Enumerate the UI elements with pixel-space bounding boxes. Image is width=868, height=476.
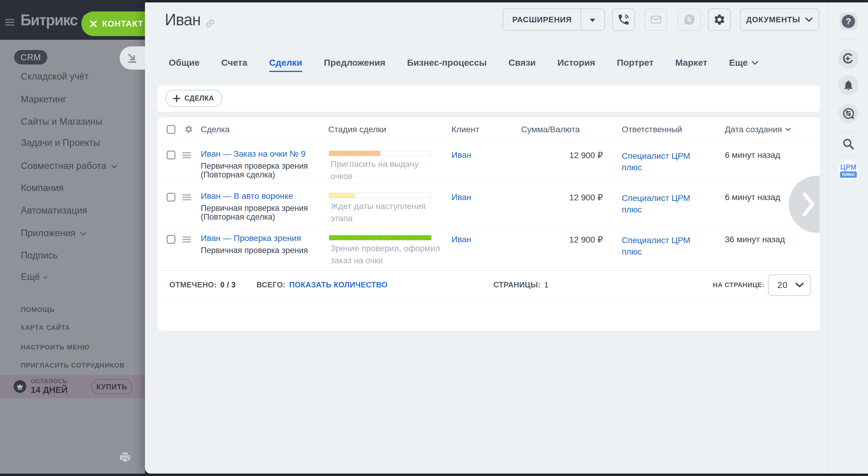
chevron-down-icon <box>751 61 758 65</box>
deal-title-link[interactable]: Иван — Заказ на очки № 9 <box>201 149 306 159</box>
trial-label: ОСТАЛОСЬ <box>31 378 67 385</box>
checked-value: 0 / 3 <box>220 281 236 289</box>
add-deal-label: СДЕЛКА <box>184 94 214 102</box>
tab-sdelki[interactable]: Сделки <box>269 56 302 69</box>
column-header-deal[interactable]: Сделка <box>201 118 230 141</box>
copy-link-icon[interactable] <box>205 18 216 30</box>
sidebar-item-apps[interactable]: Приложения <box>21 227 87 239</box>
deal-title-link[interactable]: Иван — Проверка зрения <box>201 233 301 243</box>
chevron-right-icon <box>803 192 815 217</box>
sidebar-link-configure-menu[interactable]: НАСТРОИТЬ МЕНЮ <box>21 343 90 352</box>
copilot-button[interactable] <box>838 49 858 69</box>
table-row[interactable]: Иван — Заказ на очки № 9 Первичная прове… <box>158 141 820 184</box>
sidebar-item-signature[interactable]: Подпись <box>21 249 58 261</box>
call-button[interactable] <box>612 8 635 31</box>
created-date: 6 минут назад <box>725 192 780 202</box>
stage-label-line: Зрение проверил, оформил <box>331 243 445 255</box>
tab-obshchie[interactable]: Общие <box>169 56 199 69</box>
tab-portret[interactable]: Портрет <box>617 56 654 69</box>
notifications-button[interactable] <box>838 75 858 95</box>
column-header-client[interactable]: Клиент <box>452 118 479 141</box>
settings-button[interactable] <box>708 8 731 31</box>
tab-istoriya[interactable]: История <box>558 56 595 69</box>
crown-icon <box>13 380 26 393</box>
client-link[interactable]: Иван <box>452 192 471 202</box>
rail-divider <box>840 156 858 157</box>
sidebar-item-more[interactable]: Ещё <box>21 271 48 283</box>
tab-label: Еще <box>729 58 748 68</box>
tab-svyazi[interactable]: Связи <box>508 56 536 69</box>
sidebar-item-tasks[interactable]: Задачи и Проекты <box>21 137 100 149</box>
buy-button[interactable]: КУПИТЬ <box>91 379 132 394</box>
tab-more[interactable]: Еще <box>729 56 758 69</box>
documents-label: ДОКУМЕНТЫ <box>746 15 801 24</box>
sidebar-item-automation[interactable]: Автоматизация <box>21 204 87 217</box>
deal-title-link[interactable]: Иван — В авто воронке <box>201 191 293 201</box>
collapse-slider-button[interactable] <box>120 46 145 70</box>
client-link[interactable]: Иван <box>452 235 471 244</box>
sidebar-item-sklad[interactable]: Складской учёт <box>21 70 89 83</box>
deal-subtitle-line: Первичная проверка зрения <box>201 246 308 255</box>
per-page-select[interactable]: 20 <box>768 275 811 296</box>
drag-handle-icon[interactable] <box>182 194 191 201</box>
row-checkbox[interactable] <box>167 193 176 201</box>
checked-counter: ОТМЕЧЕНО:0 / 3 <box>169 271 236 299</box>
column-header-responsible[interactable]: Ответственный <box>622 118 682 141</box>
row-checkbox[interactable] <box>167 235 176 244</box>
sidebar-item-sites[interactable]: Сайты и Магазины <box>21 116 102 128</box>
sidebar-link-sitemap[interactable]: КАРТА САЙТА <box>21 323 70 332</box>
copilot-icon <box>842 52 855 65</box>
stage-label-line: этапа <box>331 212 445 224</box>
tab-predlozheniya[interactable]: Предложения <box>324 56 385 69</box>
bitrix-logo[interactable]: Битрикс <box>21 11 78 29</box>
tab-biznes-processy[interactable]: Бизнес-процессы <box>407 56 487 69</box>
sidebar-item-label: Автоматизация <box>21 205 87 216</box>
drag-handle-icon[interactable] <box>182 236 191 244</box>
phone-icon <box>617 13 630 26</box>
table-settings-gear-icon[interactable] <box>184 125 193 135</box>
hamburger-menu-icon[interactable] <box>5 19 14 26</box>
chevron-down-icon <box>795 283 804 288</box>
row-checkbox[interactable] <box>167 151 176 159</box>
sidebar-item-label: Приложения <box>21 228 75 239</box>
sidebar-item-label: Маркетинг <box>21 94 66 105</box>
search-button[interactable] <box>842 137 855 152</box>
stage-label-line: заказ на очки <box>331 255 445 266</box>
printer-icon[interactable] <box>120 452 130 463</box>
sidebar-item-marketing[interactable]: Маркетинг <box>21 93 66 105</box>
column-header-amount[interactable]: Сумма/Валюта <box>521 118 580 141</box>
chat-button[interactable] <box>678 8 701 31</box>
extensions-button[interactable]: РАСШИРЕНИЯ <box>503 8 605 31</box>
column-header-stage[interactable]: Стадия сделки <box>328 118 386 141</box>
sidebar-item-company[interactable]: Компания <box>21 182 64 194</box>
sidebar-link-invite[interactable]: ПРИГЛАСИТЬ СОТРУДНИКОВ <box>21 361 125 370</box>
client-link[interactable]: Иван <box>452 150 471 160</box>
mail-button[interactable] <box>644 8 667 31</box>
deal-subtitle-line: Первичная проверка зрения <box>201 162 308 170</box>
sidebar-link-help[interactable]: ПОМОЩЬ <box>21 305 55 314</box>
search-icon <box>842 137 855 151</box>
table-row[interactable]: Иван — В авто воронке Первичная проверка… <box>158 184 820 226</box>
caret-down-icon[interactable] <box>590 19 595 22</box>
table-row[interactable]: Иван — Проверка зрения Первичная проверк… <box>158 226 820 268</box>
messenger-button[interactable] <box>838 104 858 124</box>
sidebar-item-collab[interactable]: Совместная работа <box>21 160 118 172</box>
crm-badge[interactable]: CRM <box>14 50 47 64</box>
responsible-link[interactable]: Специалист ЦРМ плюс <box>622 235 700 258</box>
tab-market[interactable]: Маркет <box>675 56 707 69</box>
column-header-created[interactable]: Дата создания <box>725 118 791 141</box>
add-deal-button[interactable]: СДЕЛКА <box>165 90 222 107</box>
select-all-checkbox[interactable] <box>167 125 176 134</box>
close-icon[interactable] <box>90 20 97 28</box>
responsible-link[interactable]: Специалист ЦРМ плюс <box>622 192 700 215</box>
crm-plus-logo[interactable]: ЦРМ плюс <box>838 161 858 181</box>
documents-button[interactable]: ДОКУМЕНТЫ <box>740 8 819 31</box>
table-header-row: Сделка Стадия сделки Клиент Сумма/Валюта… <box>158 118 820 141</box>
help-button[interactable]: ? <box>840 13 857 30</box>
responsible-link[interactable]: Специалист ЦРМ плюс <box>622 150 700 173</box>
tab-scheta[interactable]: Счета <box>221 56 247 69</box>
deal-subtitle-line: Первичная проверка зрения <box>201 204 308 213</box>
show-count-link[interactable]: ПОКАЗАТЬ КОЛИЧЕСТВО <box>289 281 387 289</box>
drag-handle-icon[interactable] <box>182 152 191 159</box>
chat-icon <box>683 13 696 26</box>
